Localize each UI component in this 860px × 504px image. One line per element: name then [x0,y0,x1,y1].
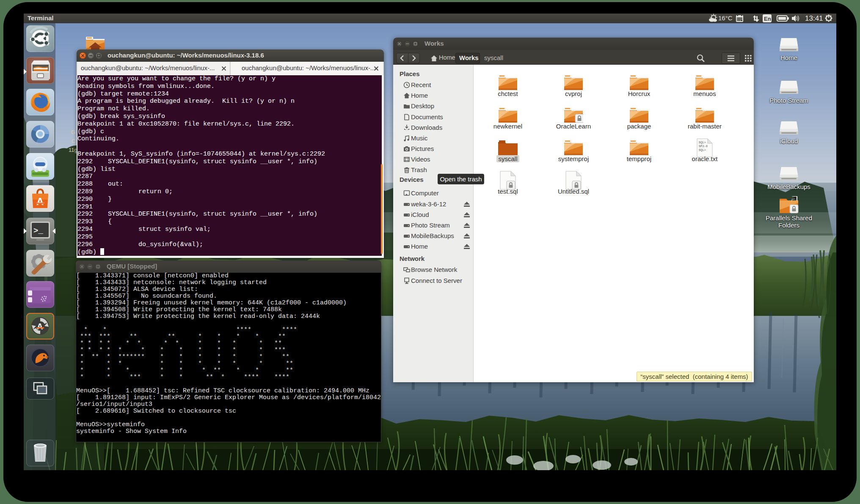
svg-text:SQL>: SQL> [699,148,706,152]
svg-text:13:41: 13:41 [805,14,823,22]
svg-text:SQL>: SQL> [699,141,706,144]
svg-text:16°C: 16°C [718,14,733,22]
svg-text:SP2-0: SP2-0 [699,145,708,148]
svg-text:En: En [764,16,771,22]
